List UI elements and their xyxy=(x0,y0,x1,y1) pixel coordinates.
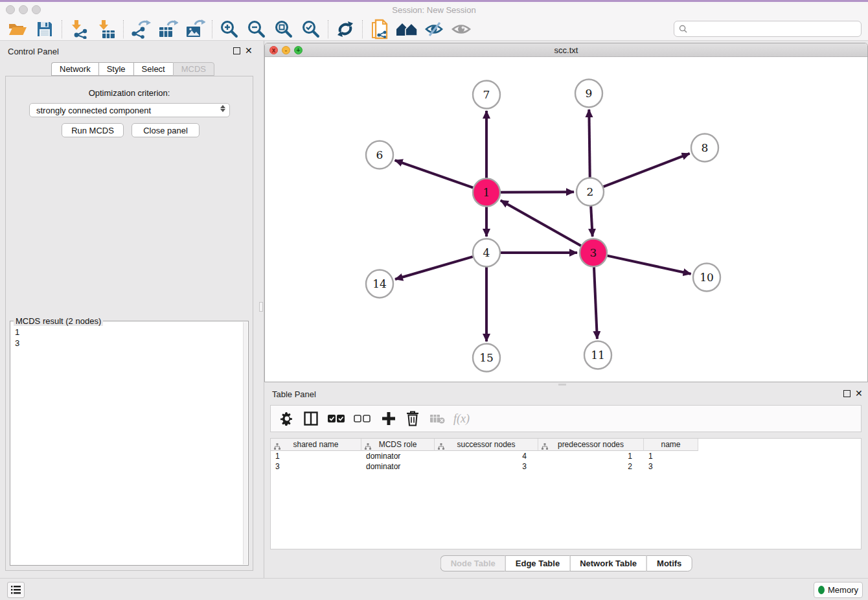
save-icon[interactable] xyxy=(31,19,58,40)
memory-button[interactable]: Memory xyxy=(814,582,863,598)
table-cell[interactable]: dominator xyxy=(361,451,435,461)
memory-label: Memory xyxy=(828,585,858,595)
network-view-window: x - + scc.txt 7968124314101511 xyxy=(264,43,868,382)
table-cell[interactable]: dominator xyxy=(361,461,435,472)
search-field[interactable] xyxy=(674,21,862,37)
tab-select[interactable]: Select xyxy=(133,62,173,76)
table-cell[interactable]: 3 xyxy=(435,461,538,472)
select-all-rows-icon[interactable] xyxy=(328,409,345,428)
refresh-layout-icon[interactable] xyxy=(332,19,359,40)
tab-mcds[interactable]: MCDS xyxy=(173,62,214,76)
tab-network[interactable]: Network xyxy=(51,62,98,76)
table-cell[interactable]: 4 xyxy=(435,451,538,461)
close-panel-icon[interactable]: ✕ xyxy=(245,46,253,55)
tab-network-table[interactable]: Network Table xyxy=(569,555,646,571)
mcds-panel: Optimization criterion: strongly connect… xyxy=(5,76,253,571)
column-header-predecessor-nodes[interactable]: predecessor nodes xyxy=(538,439,644,451)
delete-column-icon[interactable] xyxy=(406,409,419,428)
add-column-icon[interactable] xyxy=(382,409,396,428)
table-row[interactable]: 1dominator411 xyxy=(271,451,861,461)
tab-style[interactable]: Style xyxy=(98,62,133,76)
toolbar-separator xyxy=(62,20,62,38)
float-table-panel-icon[interactable] xyxy=(843,390,851,397)
zoom-out-icon[interactable] xyxy=(243,19,270,40)
table-cell[interactable]: 2 xyxy=(538,461,644,472)
edge-3-10[interactable] xyxy=(607,256,691,274)
table-toolbar: f(x) xyxy=(270,405,862,432)
close-table-panel-icon[interactable]: ✕ xyxy=(855,389,863,398)
edge-3-11[interactable] xyxy=(594,267,597,339)
edge-1-6[interactable] xyxy=(395,160,474,187)
node-table: shared nameMCDS rolesuccessor nodesprede… xyxy=(270,438,862,549)
export-network-icon[interactable] xyxy=(127,19,154,40)
edge-2-8[interactable] xyxy=(604,154,690,187)
node-label-10: 10 xyxy=(700,271,714,284)
table-body: 1dominator4113dominator323 xyxy=(271,451,861,472)
table-row[interactable]: 3dominator323 xyxy=(271,461,861,472)
zoom-in-icon[interactable] xyxy=(216,19,243,40)
edge-1-2[interactable] xyxy=(501,192,574,192)
tab-node-table[interactable]: Node Table xyxy=(440,555,505,571)
edge-2-9[interactable] xyxy=(589,110,589,178)
table-tabs: Node Table Edge Table Network Table Moti… xyxy=(440,555,692,571)
toolbar-separator xyxy=(123,20,124,38)
table-cell[interactable]: 1 xyxy=(271,451,361,461)
column-header-successor-nodes[interactable]: successor nodes xyxy=(435,439,538,451)
open-folder-icon[interactable] xyxy=(4,19,31,40)
panel-splitter-vertical[interactable] xyxy=(258,41,264,578)
control-panel: Control Panel ✕ Network Style Select MCD… xyxy=(0,41,258,578)
node-label-2: 2 xyxy=(587,185,594,198)
chevron-updown-icon xyxy=(220,105,225,112)
result-scrollbar[interactable] xyxy=(243,322,247,564)
run-mcds-button[interactable]: Run MCDS xyxy=(62,123,124,137)
network-window-titlebar[interactable]: x - + scc.txt xyxy=(265,43,867,57)
search-input[interactable] xyxy=(691,24,861,34)
search-icon xyxy=(679,25,687,33)
optimization-criterion-label: Optimization criterion: xyxy=(6,88,253,98)
delete-table-icon xyxy=(429,409,445,428)
network-canvas[interactable]: 7968124314101511 xyxy=(265,57,867,382)
table-cell[interactable]: 3 xyxy=(271,461,361,472)
close-panel-button[interactable]: Close panel xyxy=(131,123,200,137)
hierarchy-icon xyxy=(438,441,444,453)
column-header-name[interactable]: name xyxy=(644,439,698,451)
table-cell[interactable]: 1 xyxy=(644,451,698,461)
edge-3-1[interactable] xyxy=(501,200,581,246)
node-label-11: 11 xyxy=(591,349,605,362)
split-view-icon[interactable] xyxy=(304,409,318,428)
mcds-result-box[interactable]: MCDS result (2 nodes) 1 3 xyxy=(10,321,249,566)
hide-eye-slash-icon[interactable] xyxy=(420,19,448,40)
tab-edge-table[interactable]: Edge Table xyxy=(505,555,569,571)
deselect-all-rows-icon[interactable] xyxy=(354,409,371,428)
network-window-title: scc.txt xyxy=(265,45,867,55)
toolbar-separator xyxy=(362,20,363,38)
node-label-8: 8 xyxy=(702,141,709,154)
edge-2-3[interactable] xyxy=(591,206,593,237)
zoom-fit-icon[interactable] xyxy=(270,19,297,40)
node-label-14: 14 xyxy=(372,277,387,290)
tab-motifs[interactable]: Motifs xyxy=(646,555,692,571)
float-panel-icon[interactable] xyxy=(233,47,240,54)
table-cell[interactable]: 1 xyxy=(538,451,644,461)
export-image-icon[interactable] xyxy=(181,19,209,40)
column-header-shared-name[interactable]: shared name xyxy=(271,439,361,451)
list-icon xyxy=(11,586,21,594)
zoom-selected-icon[interactable] xyxy=(297,19,325,40)
import-network-icon[interactable] xyxy=(65,19,93,40)
node-label-7: 7 xyxy=(483,88,490,101)
import-table-icon[interactable] xyxy=(93,19,120,40)
task-history-button[interactable] xyxy=(7,582,25,598)
table-cell[interactable]: 3 xyxy=(644,461,698,472)
optimization-criterion-select[interactable]: strongly connected component xyxy=(29,103,230,117)
column-header-MCDS-role[interactable]: MCDS role xyxy=(361,439,435,451)
function-builder-icon: f(x) xyxy=(453,409,470,428)
table-panel-title: Table Panel xyxy=(272,389,316,399)
gear-icon[interactable] xyxy=(280,409,294,428)
splitter-handle[interactable] xyxy=(259,302,263,312)
network-overview-icon[interactable] xyxy=(393,19,420,40)
clipboard-network-icon[interactable] xyxy=(366,19,393,40)
window-title: Session: New Session xyxy=(0,5,868,15)
edge-4-14[interactable] xyxy=(395,257,473,279)
main-toolbar xyxy=(0,17,868,41)
export-table-icon[interactable] xyxy=(154,19,181,40)
